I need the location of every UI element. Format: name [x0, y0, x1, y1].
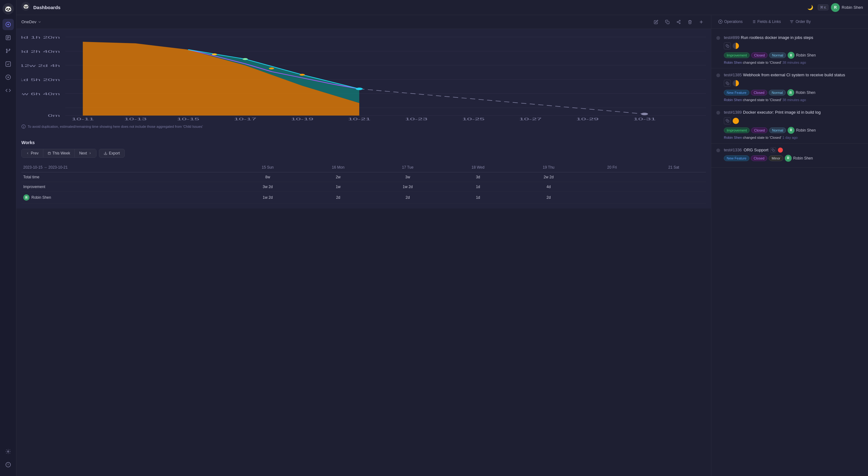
- tag-improvement: Improvement: [724, 127, 750, 133]
- sidebar-item-run[interactable]: [2, 72, 14, 83]
- workspace-dropdown[interactable]: OneDev: [21, 20, 41, 24]
- sidebar-item-help[interactable]: ?: [2, 459, 14, 470]
- issue-assignee-name: Robin Shen: [796, 53, 816, 58]
- prev-icon: [26, 152, 29, 155]
- delete-icon[interactable]: [685, 17, 695, 27]
- info-icon: [21, 124, 26, 129]
- tag-minor: Minor: [769, 155, 783, 161]
- chart-svg: 4d 1h 20m 3d 2h 40m 12w 2d 4h 1d 5h 20m …: [21, 34, 706, 122]
- svg-rect-60: [48, 152, 51, 155]
- svg-text:1d 5h 20m: 1d 5h 20m: [21, 78, 60, 82]
- row-imp-tue: 1w 2d: [374, 182, 441, 192]
- page-title: Dashboards: [33, 5, 61, 10]
- row-user-fri: [583, 192, 642, 203]
- sidebar-item-issues[interactable]: [2, 32, 14, 43]
- user-info: R Robin Shen: [831, 3, 863, 12]
- issues-list: test#899 Run rootless docker image in jo…: [711, 29, 868, 476]
- issue-status-dot: [716, 111, 720, 115]
- sub-topbar: OneDev: [16, 15, 711, 29]
- issue-activity: Robin Shen changed state to 'Closed' 38 …: [724, 61, 863, 64]
- tag-new-feature: New Feature: [724, 155, 749, 161]
- copy-box-icon[interactable]: [724, 80, 731, 87]
- tag-closed: Closed: [751, 127, 768, 133]
- works-user-avatar: R: [23, 194, 30, 201]
- works-table: 2023-10-15 → 2023-10-21 15 Sun 16 Mon 17…: [21, 163, 706, 203]
- tag-improvement: Improvement: [724, 53, 750, 58]
- row-total-thu: 2w 2d: [515, 172, 583, 182]
- copy-box-icon[interactable]: [724, 42, 731, 49]
- issue-status-dot: [716, 73, 720, 77]
- svg-point-54: [242, 58, 248, 60]
- progress-icon: [733, 80, 739, 86]
- svg-point-13: [7, 451, 9, 452]
- issue-title: test#1385 Webhook from external CI syste…: [724, 72, 863, 78]
- sidebar-item-git[interactable]: [2, 45, 14, 57]
- burndown-chart: 4d 1h 20m 3d 2h 40m 12w 2d 4h 1d 5h 20m …: [16, 29, 711, 135]
- theme-toggle-icon[interactable]: 🌙: [806, 3, 815, 12]
- svg-rect-79: [727, 120, 729, 122]
- svg-text:0m: 0m: [48, 114, 60, 118]
- sidebar-item-code[interactable]: [2, 85, 14, 96]
- order-by-button[interactable]: Order By: [787, 18, 812, 25]
- issue-tags: Improvement Closed Normal R Robin Shen: [724, 127, 863, 134]
- operations-button[interactable]: Operations: [716, 18, 745, 25]
- svg-rect-78: [727, 83, 729, 85]
- issue-item[interactable]: test#1385 Webhook from external CI syste…: [711, 68, 868, 106]
- row-label-improvement: Improvement: [21, 182, 233, 192]
- svg-line-21: [678, 21, 679, 21]
- row-total-sat: [642, 172, 706, 182]
- app-logo[interactable]: 🐼: [2, 3, 14, 14]
- issue-assignee-name: Robin Shen: [793, 156, 813, 160]
- next-button[interactable]: Next: [75, 149, 96, 157]
- edit-icon[interactable]: [651, 17, 661, 27]
- progress-icon-full: [733, 118, 739, 124]
- tag-normal: Normal: [769, 90, 785, 95]
- issue-assignee-avatar: R: [787, 127, 795, 134]
- sidebar-item-settings[interactable]: [2, 446, 14, 457]
- issue-item[interactable]: test#1336 ORG Support New Feature Closed…: [711, 144, 868, 168]
- svg-point-7: [9, 49, 10, 50]
- share-icon[interactable]: [674, 17, 683, 27]
- issue-item[interactable]: test#899 Run rootless docker image in jo…: [711, 31, 868, 68]
- sidebar-item-dashboard[interactable]: [2, 19, 14, 30]
- row-total-tue: 3w: [374, 172, 441, 182]
- copy-box-icon[interactable]: [724, 118, 731, 124]
- tag-normal: Normal: [769, 53, 786, 58]
- red-dot: [778, 148, 783, 153]
- topbar-logo: 🐼: [21, 2, 30, 11]
- sidebar-item-builds[interactable]: [2, 58, 14, 70]
- sub-topbar-actions: [651, 17, 706, 27]
- works-section: Works Prev This Week Next: [16, 135, 711, 209]
- col-17tue: 17 Tue: [374, 163, 441, 172]
- issue-tags: New Feature Closed Normal R Robin Shen: [724, 89, 863, 96]
- svg-text:10-29: 10-29: [576, 118, 598, 121]
- works-title: Works: [21, 140, 706, 145]
- svg-text:10-25: 10-25: [462, 118, 485, 121]
- svg-text:10-21: 10-21: [348, 118, 370, 121]
- issue-icons: [724, 118, 863, 124]
- svg-text:12w 2d 4h: 12w 2d 4h: [21, 64, 60, 67]
- user-avatar[interactable]: R: [831, 3, 840, 12]
- prev-button[interactable]: Prev: [22, 149, 43, 157]
- row-imp-mon: 1w: [302, 182, 374, 192]
- row-imp-fri: [583, 182, 642, 192]
- svg-text:?: ?: [7, 463, 9, 466]
- svg-point-56: [641, 113, 648, 115]
- issue-item[interactable]: test#1389 Docker executor: Print image i…: [711, 106, 868, 143]
- svg-point-18: [677, 21, 678, 23]
- svg-text:10-13: 10-13: [124, 118, 147, 121]
- row-label-user: R Robin Shen: [21, 192, 233, 203]
- fields-links-button[interactable]: Fields & Links: [750, 18, 783, 25]
- add-icon[interactable]: [696, 17, 706, 27]
- progress-icon: [733, 43, 739, 49]
- chart-area: 4d 1h 20m 3d 2h 40m 12w 2d 4h 1d 5h 20m …: [21, 34, 706, 122]
- svg-text:3d 2h 40m: 3d 2h 40m: [21, 50, 60, 53]
- row-user-tue: 2d: [374, 192, 441, 203]
- svg-marker-12: [7, 76, 9, 78]
- tag-closed: Closed: [751, 90, 767, 95]
- copy-icon[interactable]: [662, 17, 672, 27]
- col-15sun: 15 Sun: [233, 163, 302, 172]
- export-button[interactable]: Export: [99, 149, 125, 158]
- this-week-button[interactable]: This Week: [43, 149, 75, 157]
- title-copy-icon[interactable]: [770, 147, 776, 153]
